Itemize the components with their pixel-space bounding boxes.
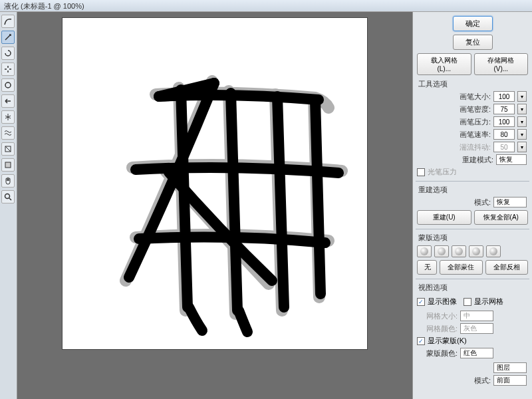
brush-rate-input[interactable] [493,129,515,140]
backdrop-select[interactable]: 图层 [493,362,527,373]
save-mesh-button[interactable]: 存储网格(V)... [474,53,529,75]
mesh-size-label: 网格大小: [426,311,458,321]
mesh-color-label: 网格颜色: [426,324,458,334]
show-mesh-checkbox[interactable] [464,298,471,306]
brush-pressure-dropdown[interactable]: ▾ [517,116,527,127]
view-mode-select[interactable]: 前面 [493,375,527,386]
mask-btn-1[interactable] [417,245,432,257]
tool-options-title: 工具选项 [418,79,528,89]
turbulent-jitter-input [493,142,515,152]
tool-options-section: 工具选项 画笔大小:▾ 画笔密度:▾ 画笔压力:▾ 画笔速率:▾ 湍流抖动:▾ … [417,79,528,177]
forward-warp-tool[interactable] [1,15,15,28]
twirl-tool[interactable] [1,47,15,60]
brush-size-input[interactable] [493,91,515,102]
mask-btn-5[interactable] [486,245,501,257]
svg-point-0 [5,82,11,88]
show-mesh-label: 显示网格 [474,297,503,307]
mesh-color-select: 灰色 [460,323,493,334]
turbulent-jitter-dropdown: ▾ [517,142,527,152]
reconstruct-tool[interactable] [1,31,15,44]
brush-density-label: 画笔密度: [460,104,491,114]
mask-btn-3[interactable] [452,245,466,257]
mask-all-button[interactable]: 全部蒙住 [440,260,483,275]
turbulent-jitter-label: 湍流抖动: [460,142,491,152]
restore-all-button[interactable]: 恢复全部(A) [474,210,529,225]
reconstruct-mode-label: 重建模式: [462,155,493,165]
titlebar: 液化 (未标题-1 @ 100%) [0,0,532,12]
options-panel: 确定 复位 载入网格(L)... 存储网格(V)... 工具选项 画笔大小:▾ … [412,12,532,399]
brush-rate-label: 画笔速率: [460,130,491,140]
reset-button[interactable]: 复位 [453,35,493,50]
thaw-mask-tool[interactable] [1,158,15,172]
toolbar [0,12,17,399]
brush-density-input[interactable] [493,104,515,114]
bloat-tool[interactable] [1,78,15,92]
stylus-pressure-checkbox [417,168,425,176]
show-mask-checkbox[interactable] [417,337,425,345]
mask-title: 蒙版选项 [418,233,528,243]
reconstruct-mode2-select[interactable]: 恢复 [493,197,527,207]
canvas-area [17,12,412,399]
push-left-tool[interactable] [1,94,15,108]
reconstruct-title: 重建选项 [418,185,528,195]
mask-section: 蒙版选项 无 全部蒙住 全部反相 [417,233,528,275]
reconstruct-mode-select[interactable]: 恢复 [496,154,527,165]
svg-rect-2 [5,162,11,168]
show-image-checkbox[interactable] [417,298,425,306]
reconstruct-mode2-label: 模式: [474,198,491,207]
show-image-label: 显示图像 [428,297,457,307]
brush-density-dropdown[interactable]: ▾ [517,104,527,114]
main-area: 确定 复位 载入网格(L)... 存储网格(V)... 工具选项 画笔大小:▾ … [0,12,532,399]
window-title: 液化 (未标题-1 @ 100%) [4,2,84,10]
reconstruct-section: 重建选项 模式:恢复 重建(U) 恢复全部(A) [417,185,528,225]
freeze-mask-tool[interactable] [1,142,15,156]
mirror-tool[interactable] [1,110,15,124]
view-mode-label: 模式: [474,376,491,386]
brush-pressure-input[interactable] [493,116,515,127]
zoom-tool[interactable] [1,190,15,203]
brush-rate-dropdown[interactable]: ▾ [517,129,527,140]
ok-button[interactable]: 确定 [453,16,493,31]
stylus-pressure-label: 光笔压力 [428,167,457,177]
mask-none-button[interactable]: 无 [417,260,437,275]
canvas[interactable] [62,17,368,350]
hand-tool[interactable] [1,174,15,188]
mask-color-select[interactable]: 红色 [460,348,493,358]
view-section: 视图选项 显示图像 显示网格 网格大小:中 网格颜色:灰色 显示蒙版(K) 蒙版… [417,283,528,386]
show-mask-label: 显示蒙版(K) [428,336,467,346]
brush-pressure-label: 画笔压力: [460,117,491,127]
view-title: 视图选项 [418,283,528,293]
mesh-size-select: 中 [460,311,493,321]
invert-all-button[interactable]: 全部反相 [485,260,529,275]
mask-btn-4[interactable] [469,245,483,257]
reconstruct-button[interactable]: 重建(U) [417,210,471,225]
mask-color-label: 蒙版颜色: [426,348,458,358]
turbulence-tool[interactable] [1,126,15,140]
brush-size-dropdown[interactable]: ▾ [517,91,527,102]
pucker-tool[interactable] [1,63,15,76]
svg-point-3 [5,194,10,199]
load-mesh-button[interactable]: 载入网格(L)... [417,53,471,75]
mask-btn-2[interactable] [434,245,449,257]
brush-size-label: 画笔大小: [460,92,491,102]
